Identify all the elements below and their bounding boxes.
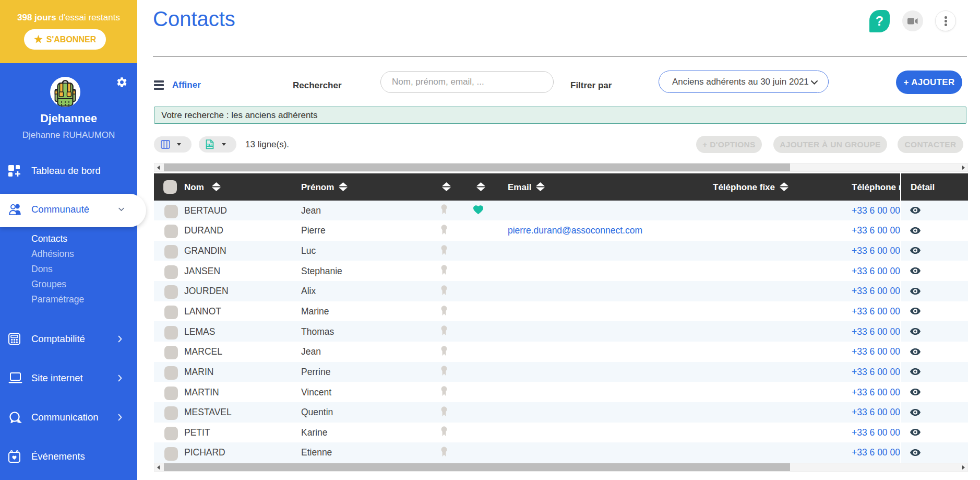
svg-text:XLSX: XLSX: [207, 144, 213, 147]
